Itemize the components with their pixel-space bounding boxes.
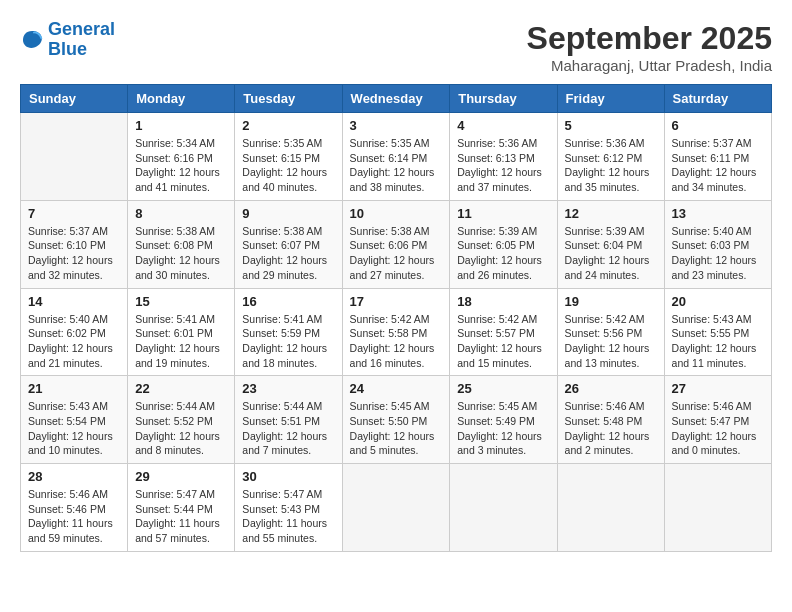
day-info: Sunrise: 5:45 AMSunset: 5:49 PMDaylight:… [457,399,549,458]
calendar-cell: 9Sunrise: 5:38 AMSunset: 6:07 PMDaylight… [235,200,342,288]
day-info: Sunrise: 5:43 AMSunset: 5:54 PMDaylight:… [28,399,120,458]
weekday-header: Wednesday [342,85,450,113]
calendar-cell: 5Sunrise: 5:36 AMSunset: 6:12 PMDaylight… [557,113,664,201]
day-info: Sunrise: 5:41 AMSunset: 6:01 PMDaylight:… [135,312,227,371]
calendar-cell: 11Sunrise: 5:39 AMSunset: 6:05 PMDayligh… [450,200,557,288]
day-info: Sunrise: 5:39 AMSunset: 6:04 PMDaylight:… [565,224,657,283]
day-number: 12 [565,206,657,221]
calendar-table: SundayMondayTuesdayWednesdayThursdayFrid… [20,84,772,552]
day-number: 13 [672,206,764,221]
day-number: 1 [135,118,227,133]
day-info: Sunrise: 5:35 AMSunset: 6:15 PMDaylight:… [242,136,334,195]
day-info: Sunrise: 5:38 AMSunset: 6:07 PMDaylight:… [242,224,334,283]
calendar-cell [342,464,450,552]
day-number: 11 [457,206,549,221]
weekday-header: Sunday [21,85,128,113]
weekday-header: Monday [128,85,235,113]
day-number: 27 [672,381,764,396]
weekday-header: Friday [557,85,664,113]
day-info: Sunrise: 5:42 AMSunset: 5:56 PMDaylight:… [565,312,657,371]
day-number: 25 [457,381,549,396]
day-number: 19 [565,294,657,309]
calendar-cell: 26Sunrise: 5:46 AMSunset: 5:48 PMDayligh… [557,376,664,464]
day-number: 23 [242,381,334,396]
day-number: 6 [672,118,764,133]
location-subtitle: Maharaganj, Uttar Pradesh, India [527,57,772,74]
day-info: Sunrise: 5:36 AMSunset: 6:13 PMDaylight:… [457,136,549,195]
day-info: Sunrise: 5:46 AMSunset: 5:48 PMDaylight:… [565,399,657,458]
weekday-header: Tuesday [235,85,342,113]
day-info: Sunrise: 5:38 AMSunset: 6:08 PMDaylight:… [135,224,227,283]
calendar-cell [21,113,128,201]
day-number: 21 [28,381,120,396]
calendar-header-row: SundayMondayTuesdayWednesdayThursdayFrid… [21,85,772,113]
day-number: 10 [350,206,443,221]
calendar-cell: 28Sunrise: 5:46 AMSunset: 5:46 PMDayligh… [21,464,128,552]
calendar-body: 1Sunrise: 5:34 AMSunset: 6:16 PMDaylight… [21,113,772,552]
day-info: Sunrise: 5:39 AMSunset: 6:05 PMDaylight:… [457,224,549,283]
logo: General Blue [20,20,115,60]
day-info: Sunrise: 5:37 AMSunset: 6:11 PMDaylight:… [672,136,764,195]
calendar-cell [664,464,771,552]
day-info: Sunrise: 5:41 AMSunset: 5:59 PMDaylight:… [242,312,334,371]
day-number: 4 [457,118,549,133]
day-number: 5 [565,118,657,133]
day-number: 17 [350,294,443,309]
page-header: General Blue September 2025 Maharaganj, … [20,20,772,74]
title-block: September 2025 Maharaganj, Uttar Pradesh… [527,20,772,74]
calendar-week-row: 14Sunrise: 5:40 AMSunset: 6:02 PMDayligh… [21,288,772,376]
calendar-cell: 15Sunrise: 5:41 AMSunset: 6:01 PMDayligh… [128,288,235,376]
day-number: 20 [672,294,764,309]
calendar-week-row: 21Sunrise: 5:43 AMSunset: 5:54 PMDayligh… [21,376,772,464]
day-info: Sunrise: 5:40 AMSunset: 6:02 PMDaylight:… [28,312,120,371]
day-info: Sunrise: 5:34 AMSunset: 6:16 PMDaylight:… [135,136,227,195]
day-info: Sunrise: 5:45 AMSunset: 5:50 PMDaylight:… [350,399,443,458]
weekday-header: Saturday [664,85,771,113]
calendar-cell: 22Sunrise: 5:44 AMSunset: 5:52 PMDayligh… [128,376,235,464]
day-number: 9 [242,206,334,221]
logo-line2: Blue [48,39,87,59]
calendar-cell: 6Sunrise: 5:37 AMSunset: 6:11 PMDaylight… [664,113,771,201]
day-info: Sunrise: 5:36 AMSunset: 6:12 PMDaylight:… [565,136,657,195]
day-number: 2 [242,118,334,133]
calendar-cell: 10Sunrise: 5:38 AMSunset: 6:06 PMDayligh… [342,200,450,288]
day-info: Sunrise: 5:47 AMSunset: 5:44 PMDaylight:… [135,487,227,546]
calendar-cell: 8Sunrise: 5:38 AMSunset: 6:08 PMDaylight… [128,200,235,288]
calendar-cell: 17Sunrise: 5:42 AMSunset: 5:58 PMDayligh… [342,288,450,376]
calendar-cell: 4Sunrise: 5:36 AMSunset: 6:13 PMDaylight… [450,113,557,201]
logo-text: General Blue [48,20,115,60]
day-number: 16 [242,294,334,309]
calendar-cell: 19Sunrise: 5:42 AMSunset: 5:56 PMDayligh… [557,288,664,376]
calendar-cell: 27Sunrise: 5:46 AMSunset: 5:47 PMDayligh… [664,376,771,464]
calendar-cell: 14Sunrise: 5:40 AMSunset: 6:02 PMDayligh… [21,288,128,376]
calendar-cell: 16Sunrise: 5:41 AMSunset: 5:59 PMDayligh… [235,288,342,376]
day-info: Sunrise: 5:37 AMSunset: 6:10 PMDaylight:… [28,224,120,283]
day-number: 22 [135,381,227,396]
calendar-cell [450,464,557,552]
day-info: Sunrise: 5:44 AMSunset: 5:52 PMDaylight:… [135,399,227,458]
calendar-cell: 25Sunrise: 5:45 AMSunset: 5:49 PMDayligh… [450,376,557,464]
calendar-cell: 21Sunrise: 5:43 AMSunset: 5:54 PMDayligh… [21,376,128,464]
calendar-cell: 1Sunrise: 5:34 AMSunset: 6:16 PMDaylight… [128,113,235,201]
calendar-cell: 23Sunrise: 5:44 AMSunset: 5:51 PMDayligh… [235,376,342,464]
day-info: Sunrise: 5:46 AMSunset: 5:47 PMDaylight:… [672,399,764,458]
logo-icon [20,28,44,52]
day-number: 28 [28,469,120,484]
calendar-cell: 3Sunrise: 5:35 AMSunset: 6:14 PMDaylight… [342,113,450,201]
calendar-week-row: 1Sunrise: 5:34 AMSunset: 6:16 PMDaylight… [21,113,772,201]
logo-line1: General [48,19,115,39]
calendar-cell: 2Sunrise: 5:35 AMSunset: 6:15 PMDaylight… [235,113,342,201]
day-info: Sunrise: 5:46 AMSunset: 5:46 PMDaylight:… [28,487,120,546]
day-info: Sunrise: 5:38 AMSunset: 6:06 PMDaylight:… [350,224,443,283]
day-info: Sunrise: 5:44 AMSunset: 5:51 PMDaylight:… [242,399,334,458]
month-title: September 2025 [527,20,772,57]
day-info: Sunrise: 5:42 AMSunset: 5:58 PMDaylight:… [350,312,443,371]
calendar-week-row: 28Sunrise: 5:46 AMSunset: 5:46 PMDayligh… [21,464,772,552]
day-number: 24 [350,381,443,396]
calendar-cell: 7Sunrise: 5:37 AMSunset: 6:10 PMDaylight… [21,200,128,288]
day-info: Sunrise: 5:43 AMSunset: 5:55 PMDaylight:… [672,312,764,371]
day-number: 18 [457,294,549,309]
weekday-header: Thursday [450,85,557,113]
calendar-week-row: 7Sunrise: 5:37 AMSunset: 6:10 PMDaylight… [21,200,772,288]
day-number: 8 [135,206,227,221]
